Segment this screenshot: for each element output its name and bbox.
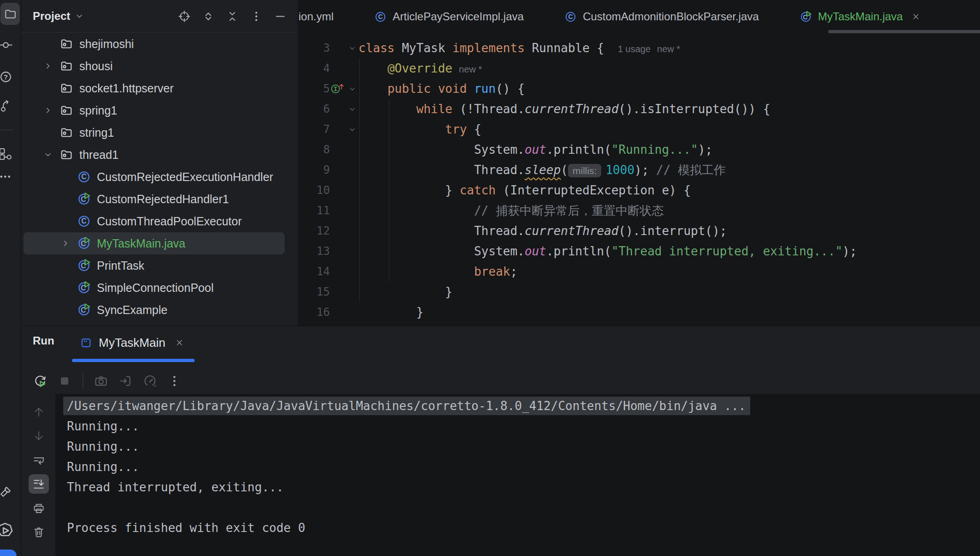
stop-button[interactable] (55, 372, 74, 390)
tree-item-thread1[interactable]: thread1 (24, 144, 285, 166)
stripe-item-services[interactable] (0, 520, 16, 541)
code-text: public void run() { (359, 82, 525, 96)
line-number: 14 (298, 265, 330, 278)
chevron-slot (59, 281, 72, 295)
package-icon (60, 148, 73, 162)
attach-button[interactable] (116, 372, 135, 390)
console-line: Thread interrupted, exiting... (67, 477, 980, 497)
stripe-item-structure[interactable] (0, 145, 15, 163)
code-token: ( (561, 163, 568, 177)
notification-badge[interactable] (0, 550, 17, 556)
package-icon (60, 37, 73, 51)
chevron-slot (59, 170, 72, 184)
thread-dump-button[interactable] (92, 372, 110, 390)
console-output[interactable]: /Users/itwanger/Library/Java/JavaVirtual… (55, 394, 980, 556)
fold-chevron-icon[interactable] (346, 125, 359, 134)
expand-all-button[interactable] (201, 9, 215, 24)
fold-chevron-icon[interactable] (346, 85, 359, 93)
arrow-down-icon (32, 429, 45, 442)
soft-wrap-button[interactable] (29, 451, 49, 471)
print-button[interactable] (29, 499, 49, 518)
hide-panel-button[interactable] (273, 9, 287, 24)
run-panel: Run MyTaskMain /Users/itwanger/Library/J… (21, 326, 980, 556)
stripe-item-more-tool-windows[interactable] (0, 167, 15, 186)
code-line: 10 } catch (InterruptedException e) { (298, 180, 980, 200)
parameter-hint: millis: (568, 164, 602, 177)
chevron-down-icon (348, 85, 357, 93)
fold-chevron-icon[interactable] (346, 105, 359, 114)
run-tab-mytaskmain[interactable]: MyTaskMain (80, 326, 185, 359)
scroll-to-end-button[interactable] (29, 474, 49, 494)
previous-occurrence-button[interactable] (29, 402, 49, 422)
code-token: } (359, 305, 424, 319)
stripe-item-commit[interactable] (0, 36, 15, 54)
chevron-right-icon[interactable] (41, 103, 55, 117)
line-number: 16 (298, 306, 330, 319)
more-options-button[interactable] (165, 372, 184, 390)
code-text: break; (359, 265, 517, 278)
project-panel-actions (177, 9, 287, 24)
editor-tab-3[interactable]: CCustomAdmonitionBlockParser.java (544, 0, 779, 33)
code-area[interactable]: 3class MyTask implements Runnable { 1 us… (298, 33, 980, 326)
chevron-down-icon[interactable] (41, 148, 55, 162)
tree-item-MyTaskMain.java[interactable]: CMyTaskMain.java (24, 232, 285, 254)
select-opened-file-button[interactable] (177, 9, 191, 24)
editor-tab-label: MyTaskMain.java (818, 10, 903, 23)
tree-item-CustomThreadPoolExecutor[interactable]: CCustomThreadPoolExecutor (24, 210, 285, 232)
chevron-right-icon[interactable] (59, 236, 72, 250)
project-title: Project (33, 10, 70, 23)
next-occurrence-button[interactable] (29, 426, 49, 446)
console-line: Running... (67, 416, 980, 436)
code-text: } catch (InterruptedException e) { (359, 183, 691, 197)
fold-chevron-icon[interactable] (346, 44, 359, 53)
stripe-item-pull-requests[interactable]: ? (0, 67, 15, 86)
editor-tab-2[interactable]: CArticlePayServiceImpl.java (354, 0, 544, 33)
close-icon[interactable] (911, 12, 921, 22)
profiler-button[interactable] (141, 372, 159, 390)
tree-item-label: CustomRejectedExecutionHandler (97, 170, 273, 184)
stripe-item-build[interactable] (0, 482, 15, 501)
runnable-icon: C (77, 192, 91, 206)
tree-item-shejimoshi[interactable]: shejimoshi (24, 33, 285, 55)
stripe-item-project[interactable] (1, 5, 19, 23)
tree-item-socket1.httpserver[interactable]: socket1.httpserver (24, 77, 285, 99)
editor[interactable]: ion.ymlCArticlePayServiceImpl.javaCCusto… (298, 0, 980, 326)
code-token: () { (496, 82, 525, 96)
console-line-text: Running... (67, 460, 139, 474)
implements-gutter-marker[interactable] (330, 83, 346, 95)
editor-tab-4[interactable]: CMyTaskMain.java (779, 0, 941, 33)
tree-item-SyncExample[interactable]: CSyncExample (24, 299, 285, 321)
options-menu-button[interactable] (249, 9, 263, 24)
chevron-right-icon[interactable] (41, 59, 55, 73)
editor-tab-bar: ion.ymlCArticlePayServiceImpl.javaCCusto… (298, 0, 980, 33)
code-text: Thread.currentThread().interrupt(); (359, 224, 727, 238)
stripe-item-history[interactable] (0, 97, 15, 115)
code-line: 9 Thread.sleep(millis:1000); // 模拟工作 (298, 160, 980, 180)
package-icon (60, 103, 73, 117)
code-token: // 捕获中断异常后，重置中断状态 (474, 204, 663, 218)
console-line-text: /Users/itwanger/Library/Java/JavaVirtual… (63, 397, 750, 415)
code-token: { (467, 122, 481, 136)
clear-all-button[interactable] (29, 522, 49, 542)
line-number: 10 (298, 184, 330, 197)
code-token: out (525, 143, 546, 157)
tree-item-PrintTask[interactable]: CPrintTask (24, 254, 285, 277)
tree-item-CustomRejectedExecutionHandler[interactable]: CCustomRejectedExecutionHandler (24, 166, 285, 188)
code-token (359, 265, 474, 278)
code-token: ); (843, 244, 857, 258)
class-icon: C (564, 11, 577, 23)
tree-item-string1[interactable]: string1 (24, 121, 285, 144)
code-token: Thread. (359, 163, 525, 177)
project-selector[interactable]: Project (33, 10, 84, 23)
svg-text:C: C (81, 173, 86, 181)
rerun-button[interactable] (31, 372, 49, 390)
tree-item-SimpleConnectionPool[interactable]: CSimpleConnectionPool (24, 277, 285, 299)
tree-item-spring1[interactable]: spring1 (24, 99, 285, 121)
editor-tab-label: CustomAdmonitionBlockParser.java (583, 10, 759, 23)
tree-item-CustomRejectedHandler1[interactable]: CCustomRejectedHandler1 (24, 188, 285, 210)
collapse-all-button[interactable] (225, 9, 239, 24)
tree-item-shousi[interactable]: shousi (24, 55, 285, 77)
editor-tab-1[interactable]: ion.yml (298, 0, 354, 33)
code-token (359, 122, 445, 136)
close-icon[interactable] (174, 338, 185, 348)
